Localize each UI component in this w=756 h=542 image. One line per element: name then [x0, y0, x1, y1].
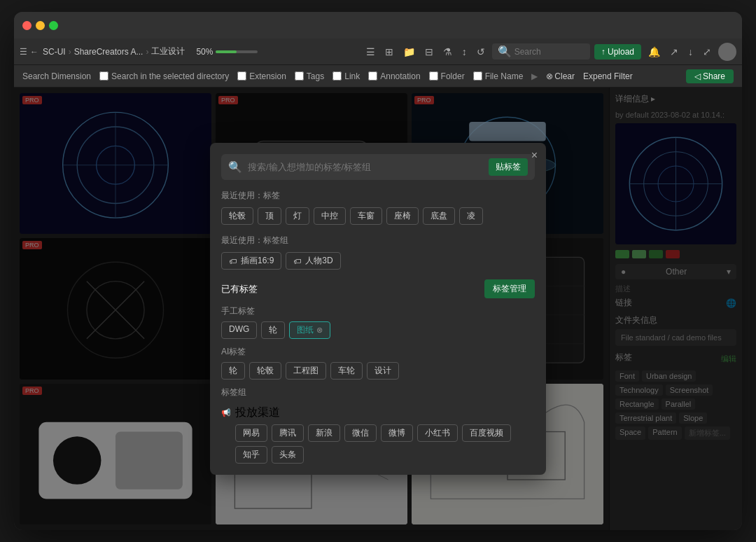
nav-current: 工业设计: [151, 46, 185, 57]
sub-tag-腾讯[interactable]: 腾讯: [272, 424, 304, 442]
download-icon[interactable]: ↓: [685, 45, 696, 59]
toolbar: ☰ ← SC-UI › ShareCreators A... › 工业设计 50…: [14, 39, 742, 65]
attach-button[interactable]: 贴标签: [489, 158, 528, 176]
sub-tag-百度视频[interactable]: 百度视频: [462, 424, 511, 442]
recent-group-illustration[interactable]: 🏷 插画16:9: [221, 252, 281, 270]
manual-tag-图纸[interactable]: 图纸 ⊗: [289, 321, 330, 339]
titlebar: [14, 12, 742, 39]
tag-group-icon-2: 🏷: [293, 257, 301, 265]
group-label: 标签组: [221, 387, 535, 398]
manual-tags-list: DWG 轮 图纸 ⊗: [221, 321, 535, 339]
popup-search-input[interactable]: [248, 162, 483, 172]
popup-close-button[interactable]: ×: [531, 150, 538, 161]
filter-folder[interactable]: Folder: [429, 71, 465, 81]
existing-title: 已有标签: [221, 283, 258, 296]
recent-tag-车窗[interactable]: 车窗: [350, 207, 382, 225]
ai-tags-list: 轮 轮毂 工程图 车轮 设计: [221, 362, 535, 380]
sub-tag-微博[interactable]: 微博: [381, 424, 413, 442]
upload-button[interactable]: ↑ Upload: [594, 44, 641, 60]
breadcrumb-sep1: ›: [69, 47, 71, 57]
tag-group-section: 📢 投放渠道 网易 腾讯 新浪 微信 微博 小红书 百度视频 知乎 头条: [221, 405, 535, 464]
minimize-button[interactable]: [36, 21, 45, 30]
zoom-bar[interactable]: [216, 50, 258, 53]
manual-tag-dwg[interactable]: DWG: [221, 321, 257, 339]
nav-home[interactable]: SC-UI: [43, 47, 66, 57]
clear-button[interactable]: ⊗ Clear: [546, 71, 575, 81]
ai-tags-label: AI标签: [221, 346, 535, 358]
group-sub-tags: 网易 腾讯 新浪 微信 微博 小红书 百度视频 知乎 头条: [221, 424, 535, 464]
expand-icon[interactable]: ⤢: [700, 45, 714, 59]
filter-extension[interactable]: Extension: [237, 71, 286, 81]
sub-tag-微信[interactable]: 微信: [344, 424, 377, 442]
nav-controls: ☰ ←: [20, 47, 38, 57]
filter-tags[interactable]: Tags: [295, 71, 324, 81]
recent-tags-chips: 轮毂 顶 灯 中控 车窗 座椅 底盘 凌: [221, 207, 535, 225]
recent-tag-底盘[interactable]: 底盘: [423, 207, 455, 225]
ai-tag-设计[interactable]: 设计: [367, 362, 399, 380]
main-wrapper: PRO Snipaste_2023-09-07_16:05:28 PRO: [14, 88, 742, 530]
zoom-control: 50%: [196, 47, 258, 57]
traffic-lights: [22, 21, 58, 30]
recent-tag-灯[interactable]: 灯: [286, 207, 309, 225]
menu-icon[interactable]: ☰: [20, 47, 27, 57]
search-dimension-label: Search Dimension: [22, 71, 91, 81]
sub-tag-头条[interactable]: 头条: [272, 446, 304, 464]
recent-groups-label: 最近使用：标签组: [221, 235, 535, 246]
manage-button[interactable]: 标签管理: [484, 279, 535, 298]
share-icon[interactable]: ↗: [667, 45, 681, 59]
avatar[interactable]: [718, 43, 736, 61]
sub-tag-网易[interactable]: 网易: [235, 424, 267, 442]
manual-tag-图纸-label: 图纸: [297, 324, 314, 336]
ai-tag-轮毂[interactable]: 轮毂: [249, 362, 281, 380]
tag-popup: × 🔍 贴标签 最近使用：标签 轮毂 顶 灯 中控 车窗 座椅 底盘: [210, 143, 546, 475]
filter-icon[interactable]: ⚗: [440, 45, 455, 59]
filter-selected[interactable]: Search in the selected directory: [99, 71, 229, 81]
recent-tag-中控[interactable]: 中控: [314, 207, 346, 225]
breadcrumb-sep2: ›: [146, 47, 148, 57]
sub-tag-知乎[interactable]: 知乎: [235, 446, 267, 464]
ai-tag-车轮[interactable]: 车轮: [330, 362, 363, 380]
close-button[interactable]: [22, 21, 31, 30]
group-broadcast-icon: 📢: [221, 408, 231, 417]
manual-tags-label: 手工标签: [221, 305, 535, 317]
sort-icon[interactable]: ⊟: [422, 45, 436, 59]
recent-groups-chips: 🏷 插画16:9 🏷 人物3D: [221, 252, 535, 270]
ai-tag-轮[interactable]: 轮: [221, 362, 245, 380]
tag-group-row: 📢 投放渠道: [221, 405, 535, 420]
sub-tag-小红书[interactable]: 小红书: [417, 424, 458, 442]
sub-tag-新浪[interactable]: 新浪: [308, 424, 340, 442]
search-input[interactable]: [514, 47, 584, 57]
tag-group-icon-1: 🏷: [229, 257, 237, 265]
toolbar-icons: ☰ ⊞ 📁 ⊟ ⚗ ↕ ↺ 🔍 ↑ Upload 🔔 ↗ ↓ ⤢: [363, 43, 736, 61]
recent-tag-顶[interactable]: 顶: [258, 207, 281, 225]
share-button[interactable]: ◁ Share: [686, 69, 734, 83]
list-view-icon[interactable]: ☰: [363, 45, 378, 59]
remove-tag-图纸[interactable]: ⊗: [316, 326, 323, 335]
search-box: 🔍: [492, 43, 590, 60]
back-icon[interactable]: ←: [30, 47, 38, 57]
breadcrumb: SC-UI › ShareCreators A... › 工业设计: [43, 46, 185, 57]
filter-filename[interactable]: File Name: [473, 71, 524, 81]
recent-group-label-1: 插画16:9: [241, 255, 274, 267]
ai-tag-工程图[interactable]: 工程图: [286, 362, 326, 380]
filter-annotation[interactable]: Annotation: [368, 71, 420, 81]
folder-icon[interactable]: 📁: [400, 45, 418, 59]
recent-tag-座椅[interactable]: 座椅: [386, 207, 419, 225]
search-icon: 🔍: [498, 45, 512, 58]
recent-tag-凌[interactable]: 凌: [459, 207, 483, 225]
expand-filter[interactable]: Expend Filter: [583, 71, 633, 81]
overlay: × 🔍 贴标签 最近使用：标签 轮毂 顶 灯 中控 车窗 座椅 底盘: [14, 88, 742, 530]
manual-tag-轮[interactable]: 轮: [261, 321, 285, 339]
group-name: 投放渠道: [235, 405, 280, 420]
refresh-icon[interactable]: ↺: [474, 45, 488, 59]
recent-group-character[interactable]: 🏷 人物3D: [286, 252, 340, 270]
nav-app[interactable]: ShareCreators A...: [74, 47, 144, 57]
order-icon[interactable]: ↕: [459, 45, 470, 59]
maximize-button[interactable]: [49, 21, 58, 30]
bell-icon[interactable]: 🔔: [645, 45, 663, 59]
grid-view-icon[interactable]: ⊞: [382, 45, 396, 59]
filter-link[interactable]: Link: [332, 71, 360, 81]
search-dimension-bar: Search Dimension Search in the selected …: [14, 65, 742, 88]
zoom-level: 50%: [196, 47, 213, 57]
recent-tag-轮毂[interactable]: 轮毂: [221, 207, 253, 225]
